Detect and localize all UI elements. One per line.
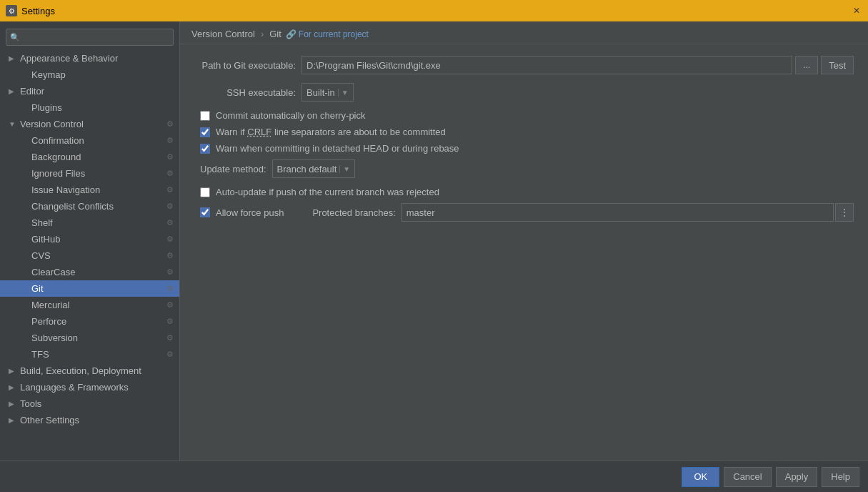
sidebar-item-clearcase[interactable]: ClearCase ⚙ — [0, 264, 179, 280]
update-method-dropdown[interactable]: Branch default ▼ — [272, 159, 356, 178]
sidebar-item-label: Background — [31, 152, 166, 162]
sidebar-item-git[interactable]: Git ⚙ — [0, 280, 179, 297]
chevron-right-icon: ▶ — [9, 400, 17, 408]
sidebar-item-plugins[interactable]: Plugins — [0, 99, 179, 116]
help-button[interactable]: Help — [822, 467, 859, 487]
sidebar-item-label: ClearCase — [31, 267, 166, 277]
sidebar-item-label: Editor — [20, 86, 174, 97]
settings-icon: ⚙ — [166, 152, 174, 162]
sidebar-item-changelist-conflicts[interactable]: Changelist Conflicts ⚙ — [0, 198, 179, 215]
sidebar-item-keymap[interactable]: Keymap — [0, 67, 179, 83]
ssh-label: SSH executable: — [194, 87, 301, 98]
main-container: 🔍 ▶ Appearance & Behavior Keymap ▶ Edito… — [0, 21, 868, 492]
protected-branches-label: Protected branches: — [312, 207, 395, 218]
apply-button[interactable]: Apply — [776, 467, 818, 487]
search-box[interactable]: 🔍 — [6, 29, 174, 46]
sidebar-item-editor[interactable]: ▶ Editor — [0, 83, 179, 99]
chevron-right-icon: ▶ — [9, 367, 17, 375]
title-bar: ⚙ Settings ✕ — [0, 0, 868, 21]
settings-icon: ⚙ — [166, 169, 174, 178]
test-button[interactable]: Test — [821, 56, 854, 74]
detached-head-label: Warn when committing in detached HEAD or… — [216, 143, 459, 154]
cherry-pick-checkbox[interactable] — [200, 111, 210, 121]
breadcrumb-separator: › — [261, 29, 264, 39]
sidebar-item-tfs[interactable]: TFS ⚙ — [0, 346, 179, 363]
sidebar-item-other-settings[interactable]: ▶ Other Settings — [0, 412, 179, 428]
sidebar-item-label: Languages & Frameworks — [20, 382, 174, 393]
sidebar-item-cvs[interactable]: CVS ⚙ — [0, 247, 179, 264]
sidebar-item-label: Subversion — [31, 333, 166, 343]
app-icon: ⚙ — [6, 5, 17, 16]
auto-update-checkbox[interactable] — [200, 187, 210, 197]
settings-icon: ⚙ — [166, 251, 174, 260]
sidebar-item-label: Ignored Files — [31, 168, 166, 179]
git-path-input[interactable] — [301, 56, 792, 74]
sidebar-item-ignored-files[interactable]: Ignored Files ⚙ — [0, 165, 179, 182]
sidebar-item-label: Perforce — [31, 316, 166, 327]
breadcrumb-current: Git — [269, 29, 281, 39]
chevron-right-icon: ▶ — [9, 87, 17, 95]
sidebar-item-appearance[interactable]: ▶ Appearance & Behavior — [0, 50, 179, 67]
sidebar-item-issue-navigation[interactable]: Issue Navigation ⚙ — [0, 182, 179, 198]
checkbox-detached-row: Warn when committing in detached HEAD or… — [194, 143, 854, 154]
bottom-bar: OK Cancel Apply Help — [0, 461, 868, 492]
sidebar-item-mercurial[interactable]: Mercurial ⚙ — [0, 297, 179, 313]
project-link-text: For current project — [299, 29, 369, 39]
settings-icon: ⚙ — [166, 218, 174, 227]
sidebar-item-build-execution[interactable]: ▶ Build, Execution, Deployment — [0, 363, 179, 379]
ssh-dropdown[interactable]: Built-in ▼ — [301, 83, 354, 102]
link-icon: 🔗 — [286, 29, 296, 39]
sidebar-item-subversion[interactable]: Subversion ⚙ — [0, 330, 179, 346]
close-button[interactable]: ✕ — [851, 5, 862, 16]
sidebar-item-label: Tools — [20, 398, 174, 409]
panel-header: Version Control › Git 🔗 For current proj… — [180, 21, 868, 44]
allow-force-push-checkbox[interactable] — [200, 207, 210, 217]
sidebar-item-label: Confirmation — [31, 135, 166, 146]
ssh-value: Built-in — [306, 87, 335, 98]
window-title: Settings — [21, 6, 55, 16]
cancel-button[interactable]: Cancel — [724, 467, 771, 487]
sidebar-item-label: Issue Navigation — [31, 184, 166, 195]
protected-branches-input[interactable] — [401, 203, 834, 222]
content-area: 🔍 ▶ Appearance & Behavior Keymap ▶ Edito… — [0, 21, 868, 461]
search-input[interactable] — [6, 29, 174, 46]
protected-branches-edit-button[interactable]: ⋮ — [835, 203, 854, 222]
allow-force-push-label: Allow force push — [216, 207, 284, 218]
panel-body: Path to Git executable: ... Test SSH exe… — [180, 44, 868, 461]
sidebar-item-label: GitHub — [31, 234, 166, 245]
crlf-underline: CRLF — [247, 127, 271, 137]
sidebar-item-label: CVS — [31, 250, 166, 261]
settings-icon: ⚙ — [166, 284, 174, 293]
sidebar-item-confirmation[interactable]: Confirmation ⚙ — [0, 132, 179, 149]
sidebar-item-version-control[interactable]: ▼ Version Control ⚙ — [0, 116, 179, 132]
sidebar-item-perforce[interactable]: Perforce ⚙ — [0, 313, 179, 330]
sidebar-item-label: Git — [31, 283, 166, 294]
sidebar-item-label: Appearance & Behavior — [20, 53, 174, 64]
sidebar-item-label: Other Settings — [20, 415, 174, 425]
sidebar-item-github[interactable]: GitHub ⚙ — [0, 231, 179, 247]
settings-icon: ⚙ — [166, 300, 174, 310]
project-link[interactable]: 🔗 For current project — [286, 29, 369, 39]
sidebar-item-tools[interactable]: ▶ Tools — [0, 395, 179, 412]
chevron-right-icon: ▶ — [9, 416, 17, 424]
allow-force-row: Allow force push Protected branches: ⋮ — [194, 203, 854, 222]
git-path-input-group: ... Test — [301, 56, 854, 74]
sidebar-item-label: Changelist Conflicts — [31, 201, 166, 212]
git-path-label: Path to Git executable: — [194, 60, 301, 71]
detached-head-checkbox[interactable] — [200, 144, 210, 154]
sidebar-item-shelf[interactable]: Shelf ⚙ — [0, 215, 179, 231]
ok-button[interactable]: OK — [682, 467, 719, 487]
sidebar-item-background[interactable]: Background ⚙ — [0, 149, 179, 165]
settings-icon: ⚙ — [166, 350, 174, 359]
chevron-right-icon: ▶ — [9, 383, 17, 391]
settings-icon: ⚙ — [166, 317, 174, 326]
settings-icon: ⚙ — [166, 235, 174, 244]
browse-button[interactable]: ... — [795, 56, 818, 74]
sidebar: 🔍 ▶ Appearance & Behavior Keymap ▶ Edito… — [0, 21, 180, 461]
crlf-checkbox[interactable] — [200, 127, 210, 137]
settings-icon: ⚙ — [166, 185, 174, 195]
settings-icon: ⚙ — [166, 333, 174, 343]
sidebar-item-languages-frameworks[interactable]: ▶ Languages & Frameworks — [0, 379, 179, 395]
sidebar-item-label: Build, Execution, Deployment — [20, 365, 174, 376]
ssh-row: SSH executable: Built-in ▼ — [194, 83, 854, 102]
